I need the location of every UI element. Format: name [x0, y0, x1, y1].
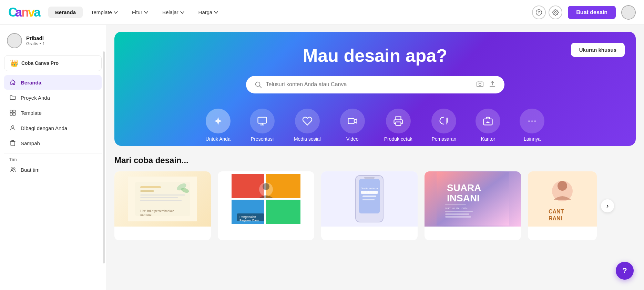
svg-text:VIRTUAL MALI 2024: VIRTUAL MALI 2024 [445, 207, 468, 210]
buat-desain-button[interactable]: Buat desain [568, 6, 616, 19]
svg-rect-31 [140, 197, 178, 198]
template-icon [9, 109, 17, 117]
sidebar-profile: Pribadi Gratis • 1 [4, 30, 102, 52]
belajar-nav-button[interactable]: Belajar [157, 7, 190, 18]
hero-categories: Untuk Anda Presentasi [128, 104, 622, 146]
sidebar: Pribadi Gratis • 1 👑 Coba Canva Pro Bera… [0, 25, 106, 290]
sidebar-item-proyek-label: Proyek Anda [21, 95, 50, 101]
svg-rect-32 [140, 200, 182, 201]
try-canva-pro-button[interactable]: 👑 Coba Canva Pro [4, 55, 102, 71]
svg-rect-30 [140, 194, 185, 196]
help-button[interactable] [532, 6, 546, 19]
sidebar-item-buat-tim[interactable]: Buat tim [4, 162, 102, 177]
svg-rect-38 [232, 174, 264, 198]
question-icon [535, 9, 542, 16]
custom-size-button[interactable]: Ukuran khusus [571, 43, 625, 57]
svg-point-18 [479, 83, 481, 85]
app-layout: Pribadi Gratis • 1 👑 Coba Canva Pro Bera… [0, 25, 644, 290]
hero-search-bar [246, 76, 504, 93]
cat-kantor[interactable]: Kantor [466, 104, 510, 146]
design-card-social[interactable]: Pengenalan Pegawai Baru [218, 171, 314, 240]
folder-icon [9, 94, 17, 101]
team-icon [9, 166, 17, 173]
design-card-presentation[interactable]: Hari ini dipersembahkan untukmu. [114, 171, 211, 240]
chevron-down-icon [180, 10, 185, 15]
sidebar-item-sampah[interactable]: Sampah [4, 136, 102, 150]
cat-produk-cetak[interactable]: Produk cetak [375, 104, 422, 146]
svg-rect-17 [477, 82, 483, 87]
chevron-down-icon [144, 10, 149, 15]
svg-rect-9 [13, 110, 16, 113]
svg-rect-20 [348, 118, 354, 123]
svg-point-6 [539, 13, 539, 14]
camera-icon [476, 80, 484, 88]
svg-text:CANT: CANT [549, 209, 564, 214]
sidebar-item-beranda-label: Beranda [21, 80, 41, 86]
video-icon [347, 116, 358, 126]
svg-text:a: a [34, 6, 41, 19]
card-card-img: CANT RANI [531, 172, 593, 226]
harga-nav-button[interactable]: Harga [193, 7, 224, 18]
canva-logo[interactable]: C a n v a [8, 6, 43, 19]
sidebar-item-template[interactable]: Template [4, 106, 102, 120]
upload-icon [489, 80, 496, 88]
avatar [7, 33, 22, 48]
svg-text:Dua Minggu: Dua Minggu [361, 190, 376, 193]
svg-point-24 [532, 120, 533, 122]
design-card-phone[interactable]: Gratis selama Dua Minggu [321, 171, 418, 240]
main-content: Ukuran khusus Mau desain apa? [106, 25, 644, 290]
design-card-poster[interactable]: SUARA INSANI VIRTUAL MALI 2024 [425, 171, 521, 240]
svg-point-13 [11, 168, 13, 169]
sidebar-item-template-label: Template [21, 110, 42, 116]
cat-video[interactable]: Video [330, 104, 375, 146]
megaphone-icon [439, 116, 449, 126]
svg-rect-63 [445, 216, 471, 218]
print-icon [393, 116, 403, 126]
designs-next-button[interactable]: › [601, 199, 614, 212]
settings-button[interactable] [549, 6, 562, 19]
tim-section-label: Tim [4, 154, 22, 163]
help-fab-button[interactable]: ? [616, 262, 634, 280]
cat-video-label: Video [346, 136, 359, 142]
svg-line-16 [259, 86, 261, 88]
cat-untuk-anda-label: Untuk Anda [206, 136, 231, 142]
presentation-icon [257, 116, 267, 126]
upload-search-button[interactable] [489, 80, 496, 89]
svg-text:Pegawai Baru: Pegawai Baru [239, 219, 259, 222]
svg-rect-21 [396, 122, 401, 125]
svg-point-43 [263, 183, 269, 190]
svg-rect-55 [364, 177, 375, 179]
sidebar-item-proyek[interactable]: Proyek Anda [4, 90, 102, 105]
cat-presentasi[interactable]: Presentasi [240, 104, 284, 146]
fitur-nav-button[interactable]: Fitur [126, 7, 154, 18]
template-nav-button[interactable]: Template [85, 7, 124, 18]
cat-media-sosial[interactable]: Media sosial [284, 104, 330, 146]
svg-rect-11 [13, 113, 16, 116]
design-card-card[interactable]: CANT RANI [528, 171, 597, 240]
sidebar-scrollbar[interactable] [103, 51, 105, 263]
designs-section-title: Mari coba desain... [114, 156, 636, 165]
share-icon [9, 124, 17, 132]
search-input[interactable] [266, 81, 472, 88]
svg-rect-10 [10, 113, 13, 116]
design-grid: Hari ini dipersembahkan untukmu. [114, 171, 636, 240]
trash-icon [9, 139, 17, 147]
crown-icon: 👑 [10, 59, 19, 67]
svg-point-14 [13, 168, 15, 169]
cat-untuk-anda[interactable]: Untuk Anda [196, 104, 240, 146]
svg-rect-19 [258, 117, 266, 123]
svg-rect-52 [362, 199, 375, 200]
phone-card-img: Gratis selama Dua Minggu [333, 172, 406, 226]
beranda-nav-button[interactable]: Beranda [48, 7, 83, 18]
sidebar-item-beranda[interactable]: Beranda [4, 75, 102, 90]
cat-pemasaran[interactable]: Pemasaran [422, 104, 466, 146]
svg-rect-59 [445, 204, 466, 204]
sidebar-item-dibagi-label: Dibagi dengan Anda [21, 125, 67, 131]
sidebar-item-dibagi[interactable]: Dibagi dengan Anda [4, 121, 102, 135]
heart-icon [302, 116, 313, 126]
camera-search-button[interactable] [476, 80, 484, 89]
avatar[interactable] [621, 5, 636, 20]
presentation-card-img: Hari ini dipersembahkan untukmu. [128, 177, 197, 221]
more-icon [527, 116, 537, 126]
cat-lainnya[interactable]: Lainnya [510, 104, 554, 146]
